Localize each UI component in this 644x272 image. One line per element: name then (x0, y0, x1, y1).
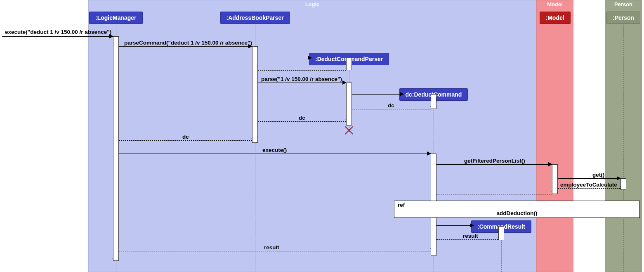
message-label: execute() (262, 147, 287, 153)
head-lm: :LogicManager (89, 12, 143, 24)
head-mdl: :Model (540, 12, 571, 24)
activation-mdl (552, 164, 558, 194)
message-label: result (264, 244, 279, 251)
activation-per (620, 178, 626, 190)
activation-abp (252, 46, 258, 143)
message-label: get() (592, 172, 604, 178)
sequence-diagram: Logic Model Person :LogicManager :Addres… (0, 0, 644, 272)
activation-dc1 (431, 94, 436, 109)
message-label: dc (182, 134, 189, 140)
activation-dcp1 (346, 58, 352, 70)
message-label: result (463, 233, 478, 239)
region-model-title: Model (537, 1, 573, 7)
message-label: dc (299, 115, 305, 121)
destroy-icon (344, 126, 354, 135)
message-label: parse("1 /v 150.00 /r absence") (261, 76, 342, 82)
activation-lm (113, 36, 119, 261)
head-abp: :AddressBookParser (220, 12, 290, 24)
message-label: dc (388, 102, 394, 109)
activation-cr (498, 226, 504, 240)
activation-dcp2 (346, 83, 352, 125)
ref-frame: ref addDeduction() (394, 201, 640, 218)
lifeline-mdl (555, 23, 555, 272)
message-label: getFilteredPersonList() (464, 158, 525, 164)
message-label: parseCommand("deduct 1 /v 150.00 /r abse… (124, 40, 252, 46)
ref-label: addDeduction() (394, 210, 639, 216)
message-label: execute("deduct 1 /v 150.00 /r absence") (5, 29, 111, 35)
region-person-title: Person (605, 1, 642, 7)
lifeline-per (623, 23, 624, 272)
head-per: :Person (606, 12, 640, 24)
ref-tab: ref (394, 201, 409, 209)
message-label: employeeToCalculate (560, 182, 617, 188)
region-logic-title: Logic (89, 1, 536, 7)
